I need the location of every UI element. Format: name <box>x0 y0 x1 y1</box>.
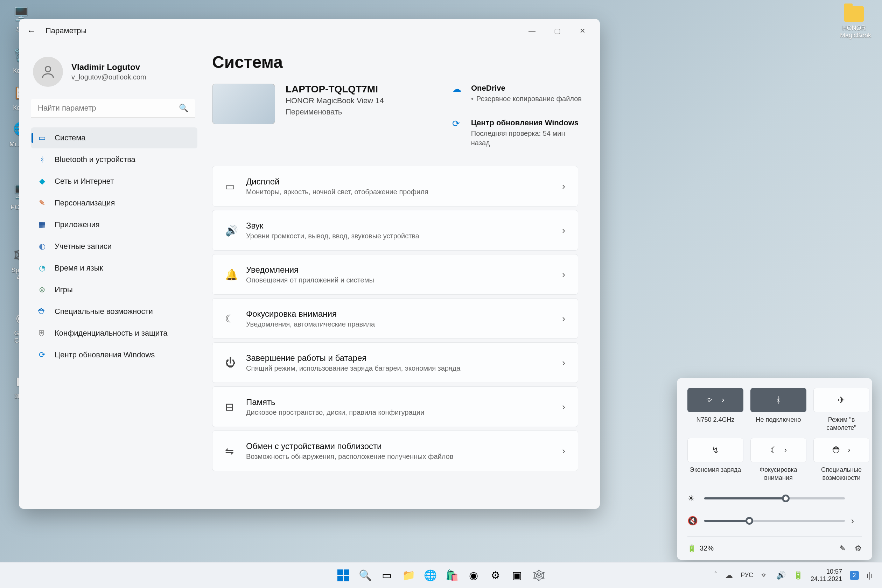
taskbar-store[interactable]: 🛍️ <box>444 567 460 584</box>
titlebar: ← Параметры — ▢ ✕ <box>19 19 600 43</box>
tray-battery-icon[interactable]: 🔋 <box>794 571 803 580</box>
card-power-battery[interactable]: ⏻Завершение работы и батареяСпящий режим… <box>212 342 578 383</box>
bluetooth-icon: ᚼ <box>776 395 781 406</box>
brightness-slider-row: ☀ <box>687 494 862 503</box>
onedrive-status[interactable]: ☁ OneDrive •Резервное копирование файлов <box>452 84 585 104</box>
tray-clock[interactable]: 10:57 24.11.2021 <box>811 568 842 582</box>
taskbar-terminal[interactable]: ▣ <box>508 567 525 584</box>
app-title: Параметры <box>45 26 87 35</box>
tray-volume-icon[interactable]: 🔊 <box>776 571 786 580</box>
brightness-slider[interactable] <box>704 497 845 500</box>
taskbar-settings[interactable]: ⚙ <box>487 567 504 584</box>
tray-language[interactable]: РУС <box>741 572 753 579</box>
moon-icon: ☾ <box>225 312 246 325</box>
nav-item-time-language[interactable]: ◔Время и язык <box>31 258 197 279</box>
taskbar-search[interactable]: 🔍 <box>357 567 374 584</box>
start-button[interactable] <box>335 567 352 584</box>
tray-onedrive-icon[interactable]: ☁ <box>725 571 733 580</box>
personalization-icon: ✎ <box>37 198 47 207</box>
volume-slider[interactable] <box>704 520 845 522</box>
edit-quick-settings-button[interactable]: ✎ <box>839 544 846 553</box>
nav-item-network[interactable]: ◆Сеть и Интернет <box>31 171 197 192</box>
gaming-icon: ⊚ <box>37 285 47 294</box>
search-icon: 🔍 <box>179 104 188 113</box>
bell-icon: 🔔 <box>225 268 246 281</box>
qs-battery-status[interactable]: 🔋 32% <box>687 544 714 553</box>
qs-tile-accessibility[interactable]: ⛑› <box>813 438 869 462</box>
tray-wifi-icon[interactable]: ᯤ <box>761 571 769 580</box>
sound-icon: 🔊 <box>225 224 246 237</box>
nav-item-bluetooth[interactable]: ᚼBluetooth и устройства <box>31 149 197 170</box>
update-icon: ⟳ <box>37 350 47 360</box>
search-input[interactable] <box>31 99 195 118</box>
onedrive-icon: ☁ <box>452 84 465 104</box>
accessibility-icon: ⛑ <box>832 445 842 456</box>
back-button[interactable]: ← <box>24 23 39 39</box>
nav-item-gaming[interactable]: ⊚Игры <box>31 279 197 300</box>
card-storage[interactable]: ⊟ПамятьДисковое пространство, диски, пра… <box>212 386 578 427</box>
page-title: Система <box>212 52 585 72</box>
qs-tile-airplane[interactable]: ✈ <box>813 388 869 412</box>
chevron-right-icon: › <box>562 446 565 456</box>
taskbar-chrome[interactable]: ◉ <box>465 567 482 584</box>
nav-item-windows-update[interactable]: ⟳Центр обновления Windows <box>31 344 197 365</box>
card-nearby-sharing[interactable]: ⇋Обмен с устройствами поблизостиВозможно… <box>212 430 578 471</box>
nav-item-personalization[interactable]: ✎Персонализация <box>31 192 197 213</box>
nav-item-privacy[interactable]: ⛨Конфиденциальность и защита <box>31 323 197 344</box>
chevron-right-icon: › <box>784 446 787 454</box>
chevron-right-icon: › <box>562 181 565 192</box>
bluetooth-icon: ᚼ <box>37 155 47 164</box>
nav-item-accounts[interactable]: ◐Учетные записи <box>31 236 197 257</box>
time-icon: ◔ <box>37 264 47 273</box>
svg-point-0 <box>45 66 50 72</box>
minimize-button[interactable]: — <box>519 22 544 39</box>
chevron-right-icon: › <box>848 446 850 454</box>
chevron-right-icon[interactable]: › <box>851 516 862 526</box>
volume-slider-row: 🔇 › <box>687 516 862 526</box>
system-icon: ▭ <box>37 134 47 142</box>
brightness-icon: ☀ <box>687 494 698 503</box>
nav-item-accessibility[interactable]: ⛑Специальные возможности <box>31 301 197 322</box>
quick-settings-panel: ᯤ› N750 2.4GHz ᚼ Не подключено ✈ Режим "… <box>677 378 872 560</box>
taskbar-explorer[interactable]: 📁 <box>400 567 417 584</box>
taskbar: 🔍 ▭ 📁 🌐 🛍️ ◉ ⚙ ▣ 🕸️ ˄ ☁ РУС ᯤ 🔊 🔋 10:57 … <box>0 562 882 588</box>
taskbar-edge[interactable]: 🌐 <box>422 567 438 584</box>
volume-mute-icon: 🔇 <box>687 516 698 526</box>
power-icon: ⏻ <box>225 357 246 369</box>
settings-window: ← Параметры — ▢ ✕ Vladimir Logutov v_log… <box>19 19 600 509</box>
battery-saver-icon: ↯ <box>711 445 719 456</box>
tray-extra-icon[interactable]: ı|ı <box>867 571 873 580</box>
accessibility-icon: ⛑ <box>37 307 47 316</box>
nav-item-apps[interactable]: ▦Приложения <box>31 214 197 235</box>
rename-link[interactable]: Переименовать <box>286 108 384 117</box>
card-sound[interactable]: 🔊ЗвукУровни громкости, вывод, ввод, звук… <box>212 210 578 250</box>
device-name: LAPTOP-TQLQT7MI <box>286 84 384 95</box>
profile-email: v_logutov@outlook.com <box>71 73 146 81</box>
update-icon: ⟳ <box>452 118 465 148</box>
card-display[interactable]: ▭ДисплейМониторы, яркость, ночной свет, … <box>212 166 578 207</box>
qs-tile-bluetooth[interactable]: ᚼ <box>750 388 806 412</box>
windows-update-status[interactable]: ⟳ Центр обновления Windows Последняя про… <box>452 118 585 148</box>
tray-chevron-up-icon[interactable]: ˄ <box>714 571 717 580</box>
nav-item-system[interactable]: ▭Система <box>31 128 197 148</box>
card-focus-assist[interactable]: ☾Фокусировка вниманияУведомления, автома… <box>212 298 578 339</box>
card-notifications[interactable]: 🔔УведомленияОповещения от приложений и с… <box>212 254 578 295</box>
search-box[interactable]: 🔍 <box>31 99 195 118</box>
qs-tile-focus-assist[interactable]: ☾› <box>750 438 806 462</box>
qs-tile-wifi[interactable]: ᯤ› <box>687 388 743 412</box>
nav-list: ▭Система ᚼBluetooth и устройства ◆Сеть и… <box>31 128 197 365</box>
desktop-folder-honor[interactable]: HONOR MagicBook <box>840 6 868 39</box>
settings-gear-button[interactable]: ⚙ <box>855 544 862 553</box>
chevron-right-icon: › <box>562 269 565 280</box>
taskbar-taskview[interactable]: ▭ <box>378 567 395 584</box>
profile-name: Vladimir Logutov <box>71 62 146 72</box>
close-button[interactable]: ✕ <box>570 22 595 39</box>
qs-tile-battery-saver[interactable]: ↯ <box>687 438 743 462</box>
tray-notification-badge[interactable]: 2 <box>850 571 859 580</box>
shield-icon: ⛨ <box>37 328 47 338</box>
moon-icon: ☾ <box>770 445 778 456</box>
airplane-icon: ✈ <box>837 395 845 406</box>
maximize-button[interactable]: ▢ <box>544 22 570 39</box>
profile-block[interactable]: Vladimir Logutov v_logutov@outlook.com <box>33 57 197 87</box>
taskbar-spyder[interactable]: 🕸️ <box>530 567 547 584</box>
